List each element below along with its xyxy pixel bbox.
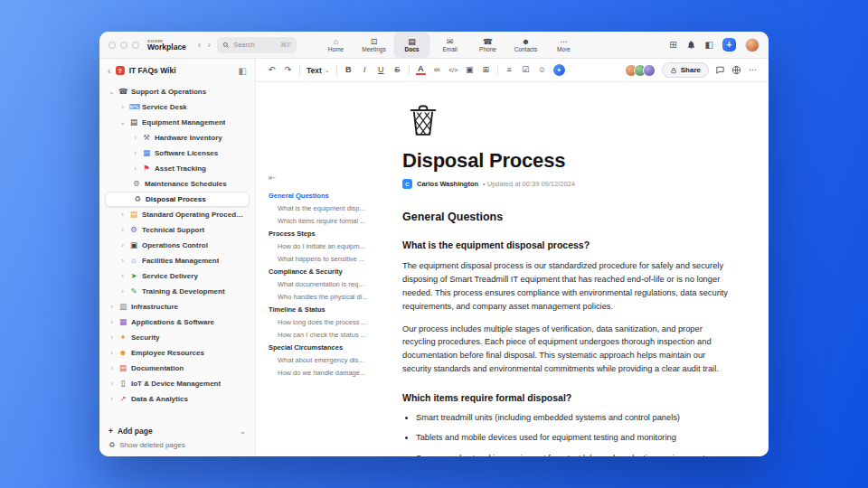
ai-companion-button[interactable]: ✦ — [553, 64, 565, 76]
sidebar-item[interactable]: › ⚑ Asset Tracking — [105, 161, 250, 176]
toc-item[interactable]: How do I initiate an equipm... — [269, 239, 384, 252]
toc-item[interactable]: Compliance & Security — [269, 265, 384, 277]
close-window-button[interactable] — [108, 42, 116, 49]
sidebar-item[interactable]: › ☻ Employee Resources — [105, 345, 250, 361]
chevron-icon[interactable]: › — [119, 287, 126, 296]
nav-back-button[interactable]: ‹ — [198, 40, 202, 50]
app-tab[interactable]: ▤ Docs — [394, 33, 430, 58]
chevron-icon[interactable]: › — [132, 134, 138, 142]
chevron-icon[interactable]: › — [108, 364, 115, 372]
sidebar-item[interactable]: ⌄ ▤ Equipment Management — [105, 115, 250, 130]
bold-button[interactable]: B — [344, 66, 354, 74]
chevron-icon[interactable]: ⌄ — [108, 88, 115, 96]
chevron-icon[interactable]: › — [119, 103, 126, 111]
sidebar-item[interactable]: › ⚙ Technical Support — [105, 222, 250, 238]
sidebar-item[interactable]: › ⌂ Facilities Management — [105, 253, 250, 268]
chevron-icon[interactable]: › — [108, 349, 115, 357]
user-avatar[interactable] — [745, 38, 760, 52]
sidebar-item[interactable]: › ▣ Operations Control — [105, 238, 250, 253]
show-deleted-pages-button[interactable]: ♻ Show deleted pages — [108, 441, 246, 449]
sidebar-item[interactable]: ⌄ ☎ Support & Operations — [105, 84, 250, 99]
chevron-icon[interactable]: › — [132, 149, 138, 157]
toc-item[interactable]: What is the equipment disp... — [269, 202, 384, 214]
italic-button[interactable]: I — [360, 66, 370, 74]
chevron-icon[interactable]: › — [119, 257, 126, 265]
toc-item[interactable]: Timeline & Status — [269, 303, 384, 315]
sidebar-item[interactable]: › ▤ Standard Operating Procedures — [105, 207, 250, 222]
bullet-list-icon[interactable]: ≡ — [505, 66, 514, 74]
chevron-icon[interactable]: › — [119, 211, 126, 219]
chevron-icon[interactable]: › — [132, 164, 138, 173]
zoom-window-button[interactable] — [132, 42, 139, 49]
undo-icon[interactable]: ↶ — [267, 66, 277, 74]
sidebar-item[interactable]: › ▤ Documentation — [105, 361, 250, 376]
collaborator-avatar[interactable] — [643, 64, 656, 77]
chevron-icon[interactable]: › — [108, 380, 115, 388]
toc-item[interactable]: How do we handle damage... — [269, 366, 384, 379]
toc-item[interactable]: Special Circumstances — [269, 341, 384, 353]
emoji-icon[interactable]: ☺ — [537, 66, 547, 74]
chevron-icon[interactable]: › — [119, 226, 126, 234]
sidebar-item[interactable]: › ▦ Applications & Software — [105, 314, 250, 330]
app-tab[interactable]: ⋯ More — [546, 33, 582, 58]
toc-item[interactable]: General Questions — [269, 189, 384, 202]
chevron-icon[interactable]: › — [108, 318, 115, 326]
toc-collapse-icon[interactable]: ⇤ — [269, 173, 384, 183]
app-tab[interactable]: ☻ Contacts — [508, 33, 544, 58]
sidebar-item[interactable]: › ↗ Data & Analytics — [105, 391, 250, 407]
apps-grid-icon[interactable]: ⊞ — [669, 41, 676, 50]
chevron-icon[interactable]: › — [119, 272, 126, 280]
app-tab[interactable]: ⌂ Home — [318, 33, 354, 58]
text-color-button[interactable]: A — [416, 65, 426, 76]
redo-icon[interactable]: ↷ — [283, 66, 293, 74]
toc-item[interactable]: What documentation is req... — [269, 277, 384, 290]
sidebar-item[interactable]: › ▦ Software Licenses — [105, 145, 250, 161]
chevron-icon[interactable]: › — [119, 241, 126, 249]
share-button[interactable]: Share — [662, 62, 709, 78]
toc-item[interactable]: Which items require formal ... — [269, 214, 384, 227]
sidebar-item[interactable]: › ✦ Security — [105, 330, 250, 345]
app-tab[interactable]: ☎ Phone — [470, 33, 506, 58]
chevron-down-icon[interactable]: ⌄ — [240, 427, 246, 436]
notifications-bell-icon[interactable] — [686, 40, 696, 50]
nav-forward-button[interactable]: › — [208, 40, 212, 50]
strikethrough-button[interactable]: S — [392, 66, 402, 74]
link-icon[interactable]: ∞ — [432, 66, 442, 74]
sidebar-item[interactable]: ⚙ Maintenance Schedules — [105, 176, 250, 192]
comment-icon[interactable] — [715, 65, 725, 75]
image-icon[interactable]: ▣ — [465, 66, 475, 74]
more-options-icon[interactable]: ⋯ — [748, 66, 758, 74]
globe-icon[interactable] — [731, 65, 741, 75]
toc-item[interactable]: Who handles the physical di... — [269, 290, 384, 303]
app-tab[interactable]: ✉ Email — [432, 33, 468, 58]
sidebar-item[interactable]: › ✎ Training & Development — [105, 284, 250, 299]
chevron-icon[interactable]: › — [108, 333, 115, 342]
code-icon[interactable]: </> — [448, 67, 458, 73]
toc-item[interactable]: What happens to sensitive ... — [269, 252, 384, 265]
sidebar-back-button[interactable]: ‹ — [108, 65, 111, 76]
toc-item[interactable]: Process Steps — [269, 227, 384, 239]
create-new-button[interactable]: + — [722, 38, 736, 52]
chevron-icon[interactable]: › — [108, 303, 115, 311]
doc-pane[interactable]: Disposal Process C Carlos Washington • U… — [392, 82, 769, 456]
sidebar-item[interactable]: › ▥ Infrastructure — [105, 299, 250, 314]
underline-button[interactable]: U — [376, 66, 386, 74]
panel-toggle-icon[interactable]: ◧ — [705, 41, 713, 50]
sidebar-collapse-icon[interactable]: ◧ — [239, 66, 247, 76]
chevron-icon[interactable]: › — [108, 395, 115, 403]
sidebar-item[interactable]: ♻ Disposal Process — [105, 192, 250, 207]
app-tab[interactable]: ⊡ Meetings — [356, 33, 392, 58]
sidebar-item[interactable]: › ⌨ Service Desk — [105, 99, 250, 115]
add-page-button[interactable]: + Add page ⌄ — [108, 427, 246, 436]
toc-item[interactable]: What about emergency dis... — [269, 353, 384, 366]
sidebar-item[interactable]: › ⚒ Hardware Inventory — [105, 130, 250, 145]
sidebar-item[interactable]: › ➤ Service Delivery — [105, 268, 250, 284]
table-icon[interactable]: ⊞ — [481, 66, 491, 74]
toc-item[interactable]: How can I check the status ... — [269, 328, 384, 341]
chevron-icon[interactable]: ⌄ — [119, 118, 126, 127]
sidebar-item[interactable]: › ▯ IoT & Device Management — [105, 376, 250, 391]
minimize-window-button[interactable] — [120, 42, 127, 49]
checklist-icon[interactable]: ☑ — [521, 66, 531, 74]
text-style-dropdown[interactable]: Text ⌄ — [307, 66, 330, 75]
global-search-input[interactable]: Search ⌘F — [217, 37, 297, 53]
